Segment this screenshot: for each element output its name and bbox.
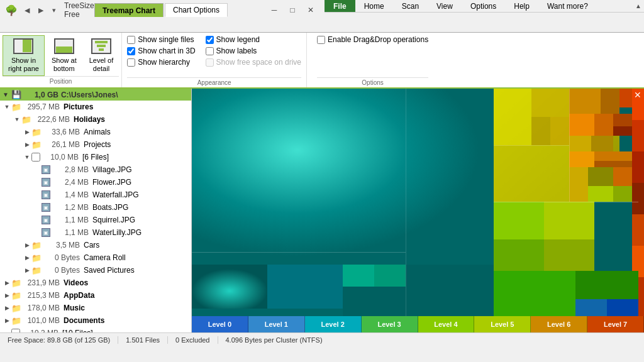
show-legend-checkbox[interactable]: Show legend bbox=[206, 35, 301, 44]
excluded-status: 0 Excluded bbox=[168, 336, 218, 344]
chart-options-tab[interactable]: Chart Options bbox=[165, 3, 228, 17]
tree-row[interactable]: ▣1,1 MBSquirrel.JPG bbox=[0, 214, 191, 226]
ribbon-collapse-button[interactable]: ▲ bbox=[635, 3, 641, 9]
tree-row[interactable]: ▣1,2 MBBoats.JPG bbox=[0, 201, 191, 214]
options-tab[interactable]: Options bbox=[462, 0, 505, 12]
show-hierarchy-checkbox[interactable]: Show hierarchy bbox=[127, 58, 195, 67]
tree-toggle[interactable]: ▶ bbox=[23, 267, 31, 273]
show-chart-3d-checkbox[interactable]: Show chart in 3D bbox=[127, 47, 195, 55]
legend-item[interactable]: Level 0 bbox=[192, 316, 248, 332]
view-tab[interactable]: View bbox=[428, 0, 462, 12]
show-right-pane-button[interactable]: Show in right pane bbox=[3, 35, 45, 76]
minimize-button[interactable]: ─ bbox=[265, 4, 283, 16]
svg-rect-10 bbox=[569, 89, 601, 114]
tree-row[interactable]: ▶📁215,3 MBAppData bbox=[0, 289, 191, 302]
show-bottom-button[interactable]: Show at bottom bbox=[46, 35, 82, 76]
tree-row[interactable]: ▣1,4 MBWaterfall.JPG bbox=[0, 189, 191, 201]
tree-row[interactable]: ▶📁101,0 MBDocuments bbox=[0, 314, 191, 327]
show-single-files-input[interactable] bbox=[127, 36, 135, 44]
tree-name: Videos bbox=[64, 278, 191, 287]
tree-row[interactable]: ▶📁178,0 MBMusic bbox=[0, 302, 191, 314]
treemap-chart-tab[interactable]: Treemap Chart bbox=[94, 3, 164, 17]
svg-rect-7 bbox=[374, 265, 406, 287]
tree-toggle[interactable]: ▼ bbox=[23, 154, 31, 160]
tree-toggle[interactable]: ▼ bbox=[3, 104, 11, 110]
svg-rect-45 bbox=[494, 89, 531, 145]
maximize-button[interactable]: □ bbox=[284, 4, 301, 16]
tree-toggle[interactable]: ▶ bbox=[3, 317, 11, 324]
tree-row[interactable]: ▶📁26,1 MBProjects bbox=[0, 138, 191, 151]
tree-row[interactable]: ▣2,4 MBFlower.JPG bbox=[0, 176, 191, 189]
tree-toggle[interactable]: ▶ bbox=[23, 141, 31, 148]
tree-row[interactable]: ▶📁3,5 MBCars bbox=[0, 239, 191, 251]
nav-controls[interactable]: ◀ ▶ ▾ bbox=[21, 5, 59, 16]
tree-size: 231,9 MB bbox=[23, 278, 64, 287]
tree-name: Saved Pictures bbox=[84, 266, 191, 275]
treemap-close-button[interactable]: ✕ bbox=[634, 90, 641, 100]
tree-name: AppData bbox=[64, 291, 191, 300]
tree-row[interactable]: ▶📁231,9 MBVideos bbox=[0, 277, 191, 289]
svg-rect-13 bbox=[569, 114, 594, 136]
show-legend-input[interactable] bbox=[206, 36, 214, 44]
back-button[interactable]: ◀ bbox=[21, 5, 33, 16]
tree-row[interactable]: ▶📁33,6 MBAnimals bbox=[0, 126, 191, 138]
tree-toggle[interactable]: ▶ bbox=[23, 129, 31, 135]
svg-rect-18 bbox=[591, 136, 613, 151]
show-single-files-checkbox[interactable]: Show single files bbox=[127, 35, 195, 44]
folder-checkbox[interactable] bbox=[11, 329, 20, 332]
svg-rect-3 bbox=[192, 265, 267, 309]
tree-row[interactable]: ▶📁0 BytesSaved Pictures bbox=[0, 264, 191, 277]
show-labels-checkbox[interactable]: Show labels bbox=[206, 47, 301, 55]
legend-item[interactable]: Level 2 bbox=[305, 316, 362, 332]
help-tab[interactable]: Help bbox=[505, 0, 538, 12]
tree-row[interactable]: ▶📁0 BytesCamera Roll bbox=[0, 251, 191, 264]
tree-toggle[interactable]: ▶ bbox=[3, 280, 11, 286]
show-free-space-checkbox[interactable]: Show free space on drive bbox=[206, 58, 301, 67]
home-tab[interactable]: Home bbox=[355, 0, 393, 12]
tree-row[interactable]: ▼📁295,7 MBPictures bbox=[0, 101, 191, 113]
tree-toggle[interactable]: ▶ bbox=[23, 255, 31, 261]
legend-item[interactable]: Level 4 bbox=[418, 316, 475, 332]
treemap-area[interactable]: ✕ bbox=[192, 89, 644, 316]
tree-size: 2,4 MB bbox=[52, 178, 92, 187]
tree-root[interactable]: ▼ 💾 1,0 GB C:\Users\Jones\ bbox=[0, 89, 191, 101]
window-controls[interactable]: ─ □ ✕ bbox=[265, 4, 319, 16]
show-labels-input[interactable] bbox=[206, 47, 214, 55]
tree-row[interactable]: ▣2,8 MBVillage.JPG bbox=[0, 163, 191, 176]
tree-row[interactable]: 19,3 MB[10 Files] bbox=[0, 327, 191, 332]
enable-drag-drop-checkbox[interactable]: Enable Drag&Drop operations bbox=[317, 35, 428, 44]
tree-toggle[interactable]: ▼ bbox=[13, 116, 21, 123]
tree-row[interactable]: ▣1,1 MBWaterLilly.JPG bbox=[0, 226, 191, 239]
scan-tab[interactable]: Scan bbox=[393, 0, 428, 12]
position-section-label: Position bbox=[3, 76, 119, 86]
svg-rect-51 bbox=[569, 89, 570, 202]
forward-button[interactable]: ▶ bbox=[35, 5, 47, 16]
tree-size: 2,8 MB bbox=[52, 165, 92, 174]
legend-item[interactable]: Level 5 bbox=[474, 316, 531, 332]
legend-item[interactable]: Level 3 bbox=[362, 316, 418, 332]
file-icon: ▣ bbox=[42, 216, 50, 224]
tree-name: Pictures bbox=[64, 102, 191, 111]
svg-rect-14 bbox=[594, 114, 613, 136]
legend-item[interactable]: Level 7 bbox=[587, 316, 644, 332]
dropdown-button[interactable]: ▾ bbox=[49, 5, 59, 16]
file-tab[interactable]: File bbox=[325, 0, 355, 12]
folder-checkbox[interactable] bbox=[31, 153, 40, 162]
enable-drag-drop-input[interactable] bbox=[317, 36, 325, 44]
root-toggle[interactable]: ▼ bbox=[3, 91, 9, 98]
legend-item[interactable]: Level 6 bbox=[531, 316, 587, 332]
show-free-space-input[interactable] bbox=[206, 58, 214, 67]
tree-toggle[interactable]: ▶ bbox=[3, 305, 11, 311]
tree-toggle[interactable]: ▶ bbox=[3, 292, 11, 299]
folder-icon: 📁 bbox=[11, 291, 21, 300]
close-button[interactable]: ✕ bbox=[302, 4, 319, 16]
legend-item[interactable]: Level 1 bbox=[248, 316, 305, 332]
show-chart-3d-input[interactable] bbox=[127, 47, 135, 55]
svg-rect-50 bbox=[494, 202, 638, 202]
tree-toggle[interactable]: ▶ bbox=[23, 242, 31, 248]
level-of-detail-button[interactable]: Level of detail bbox=[84, 35, 119, 76]
tree-row[interactable]: ▼10,0 MB[6 Files] bbox=[0, 151, 191, 163]
want-more-tab[interactable]: Want more? bbox=[538, 0, 597, 12]
tree-row[interactable]: ▼📁222,6 MBHolidays bbox=[0, 113, 191, 126]
show-hierarchy-input[interactable] bbox=[127, 58, 135, 67]
